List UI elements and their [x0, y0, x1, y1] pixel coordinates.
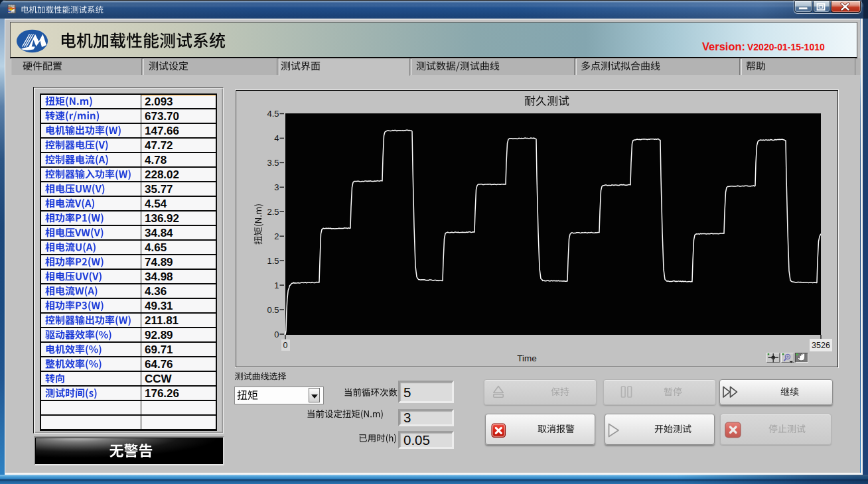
- svg-text:34.98: 34.98: [145, 271, 173, 283]
- svg-text:2: 2: [274, 231, 279, 241]
- svg-text:4.78: 4.78: [145, 154, 167, 166]
- svg-text:211.81: 211.81: [145, 314, 179, 327]
- svg-text:CCW: CCW: [145, 373, 173, 385]
- svg-text:228.02: 228.02: [145, 168, 179, 181]
- svg-text:2.5: 2.5: [267, 207, 279, 217]
- svg-text:92.89: 92.89: [145, 329, 173, 341]
- svg-text:4.36: 4.36: [145, 285, 167, 298]
- svg-text:4.5: 4.5: [267, 109, 279, 119]
- svg-text:Version:: Version:: [702, 40, 745, 52]
- svg-text:2.093: 2.093: [145, 95, 173, 108]
- svg-text:4.65: 4.65: [145, 241, 167, 254]
- svg-text:3: 3: [274, 182, 279, 192]
- svg-text:0.05: 0.05: [403, 432, 430, 448]
- svg-text:673.70: 673.70: [145, 110, 179, 123]
- svg-text:64.76: 64.76: [145, 358, 173, 371]
- svg-text:47.72: 47.72: [145, 139, 173, 152]
- svg-text:1: 1: [274, 280, 279, 290]
- svg-text:4.54: 4.54: [145, 198, 167, 210]
- svg-text:34.84: 34.84: [145, 227, 173, 239]
- svg-text:Time: Time: [517, 353, 537, 363]
- svg-text:5: 5: [403, 385, 411, 400]
- svg-text:3526: 3526: [812, 341, 830, 350]
- svg-text:3.5: 3.5: [267, 158, 279, 168]
- svg-text:69.71: 69.71: [145, 343, 173, 356]
- svg-text:0.5: 0.5: [267, 305, 279, 315]
- svg-text:4: 4: [274, 133, 279, 143]
- svg-text:0: 0: [283, 341, 288, 350]
- svg-text:0: 0: [274, 330, 279, 339]
- svg-text:V2020-01-15-1010: V2020-01-15-1010: [747, 42, 825, 52]
- svg-text:35.77: 35.77: [145, 183, 173, 196]
- svg-text:74.89: 74.89: [145, 256, 173, 269]
- svg-text:1.5: 1.5: [267, 256, 279, 266]
- svg-text:49.31: 49.31: [145, 300, 173, 312]
- svg-text:147.66: 147.66: [145, 125, 179, 137]
- svg-text:136.92: 136.92: [145, 212, 179, 225]
- svg-text:3: 3: [403, 410, 411, 425]
- svg-text:176.26: 176.26: [145, 387, 179, 400]
